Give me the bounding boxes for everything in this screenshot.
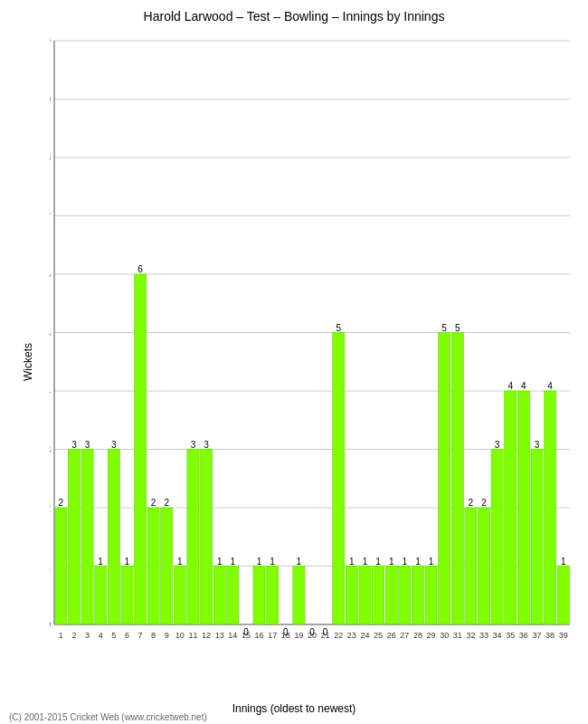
svg-text:22: 22 bbox=[334, 631, 343, 640]
svg-text:1: 1 bbox=[50, 561, 51, 572]
svg-rect-93 bbox=[385, 567, 397, 625]
svg-text:26: 26 bbox=[387, 631, 396, 640]
svg-text:39: 39 bbox=[559, 631, 568, 640]
svg-text:10: 10 bbox=[50, 35, 51, 46]
svg-text:28: 28 bbox=[413, 631, 422, 640]
chart-title: Harold Larwood – Test – Bowling – Inning… bbox=[0, 0, 588, 28]
svg-rect-49 bbox=[174, 567, 185, 625]
svg-text:1: 1 bbox=[415, 557, 421, 567]
svg-text:9: 9 bbox=[50, 94, 51, 105]
svg-text:34: 34 bbox=[493, 631, 502, 640]
svg-rect-69 bbox=[267, 567, 279, 625]
svg-text:23: 23 bbox=[347, 631, 356, 640]
svg-text:6: 6 bbox=[138, 264, 143, 274]
svg-text:1: 1 bbox=[125, 557, 130, 567]
svg-text:5: 5 bbox=[441, 323, 447, 333]
svg-text:6: 6 bbox=[50, 269, 51, 280]
svg-text:3: 3 bbox=[204, 440, 209, 450]
svg-rect-108 bbox=[451, 333, 463, 625]
svg-rect-114 bbox=[478, 508, 489, 624]
svg-text:33: 33 bbox=[479, 631, 488, 640]
svg-text:25: 25 bbox=[374, 631, 383, 640]
svg-rect-117 bbox=[491, 450, 503, 625]
svg-text:17: 17 bbox=[268, 631, 277, 640]
svg-text:8: 8 bbox=[50, 152, 51, 163]
svg-text:3: 3 bbox=[495, 440, 500, 450]
svg-text:7: 7 bbox=[138, 631, 142, 640]
svg-text:3: 3 bbox=[111, 440, 117, 450]
svg-text:36: 36 bbox=[519, 631, 528, 640]
svg-text:4: 4 bbox=[507, 381, 513, 391]
svg-text:16: 16 bbox=[255, 631, 264, 640]
svg-text:19: 19 bbox=[294, 631, 303, 640]
svg-rect-90 bbox=[373, 567, 384, 625]
svg-text:27: 27 bbox=[400, 631, 409, 640]
svg-text:7: 7 bbox=[50, 211, 51, 222]
svg-rect-46 bbox=[161, 508, 173, 624]
svg-text:1: 1 bbox=[270, 557, 275, 567]
svg-rect-96 bbox=[399, 567, 411, 625]
svg-text:14: 14 bbox=[228, 631, 237, 640]
svg-text:3: 3 bbox=[191, 440, 196, 450]
svg-text:1: 1 bbox=[389, 557, 394, 567]
svg-text:1: 1 bbox=[429, 557, 434, 567]
svg-text:5: 5 bbox=[455, 323, 460, 333]
svg-text:5: 5 bbox=[111, 631, 116, 640]
svg-text:10: 10 bbox=[175, 631, 185, 640]
svg-text:4: 4 bbox=[521, 381, 526, 391]
svg-text:24: 24 bbox=[360, 631, 369, 640]
svg-text:32: 32 bbox=[466, 631, 475, 640]
svg-rect-123 bbox=[517, 391, 529, 624]
svg-text:1: 1 bbox=[403, 557, 408, 567]
svg-text:2: 2 bbox=[71, 631, 76, 640]
svg-text:9: 9 bbox=[165, 631, 169, 640]
x-axis-label: Innings (oldest to newest) bbox=[232, 702, 356, 715]
svg-rect-99 bbox=[412, 567, 423, 625]
svg-text:30: 30 bbox=[440, 631, 449, 640]
svg-rect-87 bbox=[359, 567, 371, 625]
svg-text:3: 3 bbox=[71, 440, 77, 450]
svg-rect-34 bbox=[108, 450, 119, 625]
svg-rect-132 bbox=[557, 567, 569, 625]
svg-rect-74 bbox=[293, 567, 305, 625]
svg-text:1: 1 bbox=[231, 557, 236, 567]
svg-rect-129 bbox=[545, 391, 556, 624]
svg-text:1: 1 bbox=[297, 557, 302, 567]
svg-text:1: 1 bbox=[349, 557, 355, 567]
svg-text:12: 12 bbox=[202, 631, 211, 640]
svg-rect-61 bbox=[227, 567, 239, 625]
svg-rect-105 bbox=[439, 333, 450, 625]
svg-text:5: 5 bbox=[336, 323, 341, 333]
svg-text:13: 13 bbox=[215, 631, 224, 640]
svg-rect-81 bbox=[333, 333, 345, 625]
svg-text:1: 1 bbox=[363, 557, 368, 567]
svg-text:3: 3 bbox=[535, 440, 540, 450]
chart-svg: 0123456789102132331435166728291103113121… bbox=[50, 32, 574, 652]
svg-text:38: 38 bbox=[545, 631, 555, 640]
svg-rect-126 bbox=[531, 450, 543, 625]
svg-text:1: 1 bbox=[257, 557, 262, 567]
svg-text:1: 1 bbox=[59, 631, 63, 640]
svg-text:3: 3 bbox=[85, 440, 90, 450]
svg-rect-43 bbox=[147, 508, 159, 624]
svg-rect-102 bbox=[425, 567, 437, 625]
svg-rect-37 bbox=[121, 567, 133, 625]
svg-text:2: 2 bbox=[164, 498, 169, 508]
svg-text:8: 8 bbox=[151, 631, 156, 640]
svg-text:2: 2 bbox=[151, 498, 156, 508]
svg-text:29: 29 bbox=[427, 631, 436, 640]
svg-rect-22 bbox=[55, 508, 67, 624]
svg-rect-66 bbox=[253, 567, 265, 625]
svg-text:1: 1 bbox=[98, 557, 103, 567]
svg-text:2: 2 bbox=[59, 498, 64, 508]
svg-rect-31 bbox=[95, 567, 107, 625]
svg-text:1: 1 bbox=[375, 557, 381, 567]
svg-text:20: 20 bbox=[308, 631, 317, 640]
svg-text:3: 3 bbox=[85, 631, 90, 640]
svg-rect-52 bbox=[187, 450, 199, 625]
svg-text:1: 1 bbox=[177, 557, 183, 567]
svg-text:2: 2 bbox=[50, 502, 51, 513]
svg-text:4: 4 bbox=[50, 386, 51, 396]
y-axis-label: Wickets bbox=[22, 343, 34, 381]
svg-text:11: 11 bbox=[188, 631, 197, 640]
